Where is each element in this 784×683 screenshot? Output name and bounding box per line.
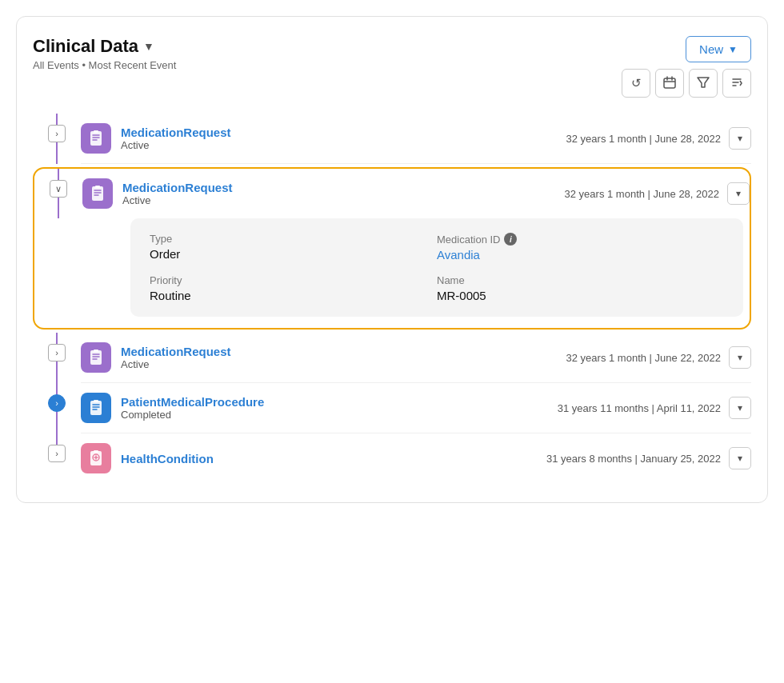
item-content-1: MedicationRequest Active: [121, 126, 566, 151]
svg-rect-17: [95, 186, 100, 188]
icon-badge-5: [81, 443, 111, 473]
detail-field-medication-id: Medication ID i Avandia: [437, 233, 724, 262]
list-item: › HealthCondition 31 years 8 months: [33, 433, 751, 483]
item-type-name-4[interactable]: PatientMedicalProcedure: [121, 395, 558, 409]
item-type-name-3[interactable]: MedicationRequest: [121, 345, 566, 358]
item-dropdown-btn-1[interactable]: ▾: [729, 127, 751, 150]
list-item: › MedicationRequest Active: [33, 333, 751, 383]
refresh-icon: ↺: [631, 76, 642, 90]
item-content-3: MedicationRequest Active: [121, 345, 566, 370]
right-col-1: MedicationRequest Active 32 years 1 mont…: [81, 114, 751, 164]
sort-button[interactable]: [722, 69, 751, 98]
left-col-1: ›: [33, 114, 81, 164]
icon-badge-3: [81, 342, 111, 373]
left-col-5: ›: [33, 433, 81, 483]
expand-button-5[interactable]: ›: [48, 445, 66, 462]
item-date-3: 32 years 1 month | June 22, 2022: [566, 352, 721, 364]
expand-button-4[interactable]: ›: [48, 394, 66, 412]
detail-panel-2: Type Order Medication ID i Avandia Prior…: [130, 218, 743, 317]
left-col-4: ›: [33, 383, 81, 433]
item-date-4: 31 years 11 months | April 11, 2022: [558, 402, 721, 414]
item-date-2: 32 years 1 month | June 28, 2022: [565, 188, 719, 200]
info-icon[interactable]: i: [504, 233, 517, 246]
item-dropdown-btn-4[interactable]: ▾: [729, 397, 751, 419]
icon-badge-4: [81, 393, 111, 423]
item-type-name-2[interactable]: MedicationRequest: [122, 181, 565, 194]
detail-value-name: MR-0005: [437, 289, 724, 302]
detail-value-priority: Routine: [150, 289, 437, 302]
svg-rect-8: [90, 131, 102, 146]
dropdown-chevron-icon-2: ▾: [736, 188, 741, 199]
item-status-3: Active: [121, 358, 566, 370]
new-button-label: New: [699, 42, 723, 56]
expand-button-2[interactable]: ∨: [50, 180, 67, 198]
left-col-2: ∨: [34, 169, 82, 218]
detail-value-medication-id[interactable]: Avandia: [437, 248, 724, 262]
detail-label-medication-id: Medication ID i: [437, 233, 724, 246]
svg-rect-23: [90, 401, 102, 415]
header-title-row: Clinical Data ▼: [33, 36, 176, 57]
toolbar-icons: ↺: [622, 69, 751, 98]
dropdown-chevron-icon-4: ▾: [738, 402, 742, 413]
header-left: Clinical Data ▼ All Events • Most Recent…: [33, 36, 176, 71]
item-type-name-1[interactable]: MedicationRequest: [121, 126, 566, 139]
detail-label-priority: Priority: [150, 274, 437, 286]
header-subtitle: All Events • Most Recent Event: [33, 59, 176, 71]
detail-value-type: Order: [150, 247, 437, 261]
calendar-icon: [663, 76, 676, 91]
title-chevron-icon[interactable]: ▼: [143, 40, 154, 53]
list-item: ∨: [33, 164, 751, 333]
item-content-4: PatientMedicalProcedure Completed: [121, 395, 558, 421]
refresh-button[interactable]: ↺: [622, 69, 650, 98]
header: Clinical Data ▼ All Events • Most Recent…: [33, 36, 751, 98]
right-col-2: MedicationRequest Active 32 years 1 mont…: [82, 169, 750, 218]
item-status-4: Completed: [121, 409, 558, 421]
svg-marker-4: [698, 78, 709, 87]
filter-icon: [697, 76, 710, 91]
item-type-name-5[interactable]: HealthCondition: [121, 452, 546, 465]
left-col-3: ›: [33, 333, 81, 383]
calendar-button[interactable]: [655, 69, 684, 98]
svg-rect-13: [92, 186, 103, 201]
icon-badge-2: [82, 178, 113, 209]
svg-rect-12: [94, 130, 98, 133]
right-col-3: MedicationRequest Active 32 years 1 mont…: [81, 333, 751, 383]
sort-icon: [730, 76, 743, 91]
item-status-2: Active: [122, 194, 565, 206]
right-col-4: PatientMedicalProcedure Completed 31 yea…: [81, 383, 751, 433]
svg-rect-22: [94, 349, 98, 352]
list-item: › MedicationRequest Active: [33, 114, 751, 164]
svg-rect-18: [90, 350, 102, 365]
dropdown-chevron-icon-3: ▾: [738, 352, 742, 363]
page-title: Clinical Data: [33, 36, 138, 57]
detail-field-name: Name MR-0005: [437, 274, 724, 302]
item-status-1: Active: [121, 139, 566, 151]
detail-label-type: Type: [150, 233, 437, 245]
svg-rect-0: [664, 78, 675, 88]
svg-rect-32: [94, 450, 98, 453]
detail-label-name: Name: [437, 274, 724, 286]
detail-field-type: Type Order: [150, 233, 437, 262]
item-date-5: 31 years 8 months | January 25, 2022: [546, 453, 721, 465]
icon-badge-1: [81, 123, 111, 154]
item-dropdown-btn-2[interactable]: ▾: [727, 182, 750, 205]
item-content-5: HealthCondition: [121, 452, 546, 465]
expand-button-1[interactable]: ›: [48, 125, 66, 142]
filter-button[interactable]: [689, 69, 718, 98]
detail-field-priority: Priority Routine: [150, 274, 437, 302]
timeline: › MedicationRequest Active: [33, 114, 751, 483]
item-dropdown-btn-5[interactable]: ▾: [729, 447, 751, 469]
dropdown-chevron-icon-5: ▾: [738, 453, 742, 464]
item-dropdown-btn-3[interactable]: ▾: [729, 346, 751, 369]
page-container: Clinical Data ▼ All Events • Most Recent…: [16, 16, 768, 503]
list-item: › PatientMedicalProcedure Completed: [33, 383, 751, 433]
item-date-1: 32 years 1 month | June 28, 2022: [566, 133, 721, 145]
svg-rect-27: [94, 400, 98, 402]
new-button[interactable]: New ▼: [686, 36, 751, 62]
item-content-2: MedicationRequest Active: [122, 181, 565, 206]
dropdown-chevron-icon-1: ▾: [738, 133, 742, 144]
right-col-5: HealthCondition 31 years 8 months | Janu…: [81, 433, 751, 483]
expand-button-3[interactable]: ›: [48, 344, 66, 361]
new-button-chevron-icon: ▼: [728, 44, 738, 55]
header-actions: New ▼ ↺: [622, 36, 751, 98]
